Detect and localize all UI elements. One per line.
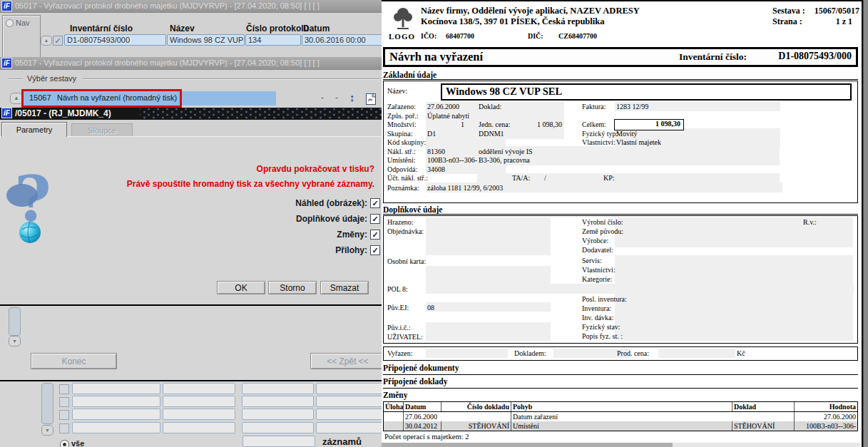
company-line1: Název firmy, Oddělení vývoje aplikací, N… (421, 6, 640, 16)
checkbox-nahled[interactable]: ✓ (370, 198, 380, 208)
empty-field[interactable] (163, 396, 235, 407)
column-header-cislo-protokolu: Číslo protokolu (246, 24, 309, 34)
section-doplnkove: Doplňkové údaje (383, 205, 858, 215)
checkbox-doplnkove[interactable]: ✓ (370, 214, 380, 224)
field-inventarni-cislo[interactable]: D1-08075493/000 (64, 34, 166, 46)
col-cislo-dokladu: Číslo dokladu (441, 402, 511, 411)
section-zmeny: Změny (383, 391, 858, 401)
ok-button[interactable]: OK (217, 281, 265, 294)
checkbox-zmeny[interactable]: ✓ (370, 230, 380, 240)
field-datum[interactable]: 30.06.2016 00:00 (302, 34, 382, 46)
scrollbar-track[interactable] (41, 383, 53, 424)
record-up-button[interactable]: ▲ (41, 36, 52, 46)
faktura-label: Faktura: (582, 103, 606, 111)
kategorie-label: Kategorie: (582, 275, 612, 283)
empty-field[interactable] (72, 409, 160, 420)
dodavatel-label: Dodavatel: (582, 246, 613, 254)
window-titlebar[interactable]: iF05017 - Vyřazovací protokol drobného m… (0, 0, 382, 13)
group-rule-right (83, 78, 380, 79)
vse-label: vše (71, 439, 84, 447)
count-field[interactable] (242, 436, 315, 447)
fyztyp-label: Fyzický typ: (582, 130, 618, 138)
app-icon: iF (1, 1, 12, 11)
konec-button[interactable]: Konec (31, 353, 117, 369)
pol8-label: POL 8: (387, 285, 408, 293)
tab-sloupce[interactable]: Sloupce (71, 123, 133, 137)
nav-label: Nav (16, 19, 30, 27)
operations-count: Počet operací s majetkem: 2 (384, 433, 469, 441)
skupina2-value: DDNM1 (479, 130, 504, 138)
strana-label: Strana : (772, 16, 812, 27)
empty-field[interactable] (316, 383, 382, 394)
scrollbar-track[interactable] (9, 307, 21, 336)
empty-field[interactable] (163, 409, 235, 420)
zpet-button[interactable]: << Zpět << (310, 353, 382, 369)
zmeny-table: Úloha Datum Číslo dokladu Pohyb Doklad H… (383, 401, 858, 431)
puvej-value: 08 (427, 304, 434, 312)
empty-field[interactable] (72, 396, 160, 407)
empty-field[interactable] (316, 422, 382, 433)
tab-parametry[interactable]: Parametry (1, 122, 67, 137)
kod-label: Kód skupiny: (387, 138, 426, 146)
empty-field[interactable] (163, 383, 235, 394)
taa-value: / (544, 174, 546, 182)
nav-panel[interactable]: Nav (2, 15, 41, 58)
taa-label: TA/A: (512, 174, 530, 182)
empty-field[interactable] (72, 422, 160, 433)
field-nazev[interactable]: Windows 98 CZ VUP (167, 34, 245, 46)
ico-label: IČO: (421, 32, 436, 40)
empty-field[interactable] (242, 383, 314, 394)
checkbox-prilohy[interactable]: ✓ (370, 245, 380, 255)
zpus-value: Úplatné nabytí (427, 112, 469, 120)
empty-field[interactable] (72, 383, 160, 394)
jedn-label: Jedn. cena: (479, 120, 510, 128)
check-icon: ✓ (372, 199, 378, 207)
empty-field[interactable] (163, 422, 235, 433)
preview-scrollbar-track[interactable] (382, 443, 860, 447)
umisteni-value: 100B3-n03--306- (427, 156, 477, 164)
nav-radio-icon (6, 19, 14, 27)
resize-updown-icon[interactable]: ↕ (349, 91, 355, 103)
check-icon: ✓ (54, 36, 61, 45)
scroll-down-button[interactable]: ▼ (41, 425, 53, 436)
empty-field[interactable] (242, 409, 314, 420)
row-checkbox[interactable] (59, 397, 69, 407)
column-header-nazev: Název (170, 24, 195, 34)
check-icon: ✓ (372, 230, 378, 239)
rv-label: R.v.: (803, 218, 817, 226)
row-checkbox[interactable] (59, 384, 69, 394)
fyzicky-stav-label: Fyzický stav: (582, 323, 621, 331)
column-header-datum: Datum (303, 24, 330, 34)
skupina-label: Skupina: (387, 130, 413, 138)
field-cislo-protokolu[interactable]: 134 (245, 34, 301, 46)
empty-field[interactable] (242, 422, 314, 433)
preview-scrollbar-thumb[interactable] (382, 443, 673, 447)
nazev-value-box: Windows 98 CZ VUP SEL (441, 83, 852, 101)
dic-value: CZ68407700 (558, 32, 597, 40)
storno-button[interactable]: Storno (268, 281, 317, 294)
smazat-button[interactable]: Smazat (320, 281, 369, 294)
inner-window-titlebar[interactable]: iF05017 - Vyřazovací protokol drobného m… (0, 57, 382, 70)
vse-radio[interactable] (60, 440, 69, 447)
scroll-down-button[interactable]: ▼ (9, 336, 21, 346)
vlastnictvi2-label: Vlastnictví: (582, 266, 616, 274)
doklad-label: Doklad: (479, 103, 501, 111)
nazev-label: Název: (387, 87, 407, 95)
umisteni2-value: B3-306, pracovna (479, 156, 530, 164)
confirm-question-text: Opravdu pokračovat v tisku? (86, 164, 374, 174)
vyrobce-label: Výrobce: (582, 237, 608, 245)
document-title-box: Návrh na vyřazení Inventární číslo: D1-0… (383, 47, 858, 67)
row-checkbox[interactable] (59, 410, 69, 420)
pdf-preview-icon[interactable] (365, 93, 377, 106)
print-preview: LOGO Název firmy, Oddělení vývoje aplika… (382, 0, 863, 447)
company-logo-tree-icon (392, 6, 414, 31)
titlebar-pattern (140, 108, 382, 119)
form-window-titlebar[interactable]: iF/05017 - (RJ_MJDMK_4) (0, 108, 382, 120)
empty-field[interactable] (242, 396, 314, 407)
empty-field[interactable] (316, 396, 382, 407)
question-mark-graphic: ? (3, 170, 67, 244)
empty-field[interactable] (316, 409, 382, 420)
osobni-karta-label: Osobní karta: (387, 257, 426, 265)
row-checkbox[interactable] (59, 423, 69, 433)
record-checkbox[interactable]: ✓ (53, 36, 63, 46)
